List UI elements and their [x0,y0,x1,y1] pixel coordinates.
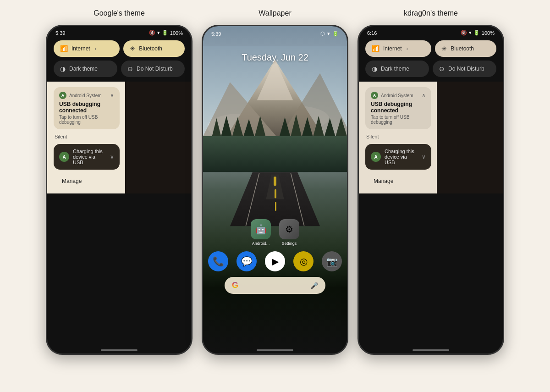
darktheme-tile-kdrag[interactable]: ◑ Dark theme [365,61,429,77]
google-search-bar[interactable]: G 🎤 [225,277,325,294]
internet-label-kdrag: Internet [383,45,402,52]
manage-button-google[interactable]: Manage [54,174,90,188]
wallpaper-column: Wallpaper [202,9,348,355]
dnd-tile-kdrag[interactable]: ⊖ Do Not Disturb [433,61,496,77]
dnd-icon: ⊖ [127,65,133,72]
qs-row-1-google: 📶 Internet › ✳ Bluetooth [54,40,185,57]
kdrag-theme-column: kdrag0n's theme 6:16 🔇 ▾ 🔋 100% 📶 Intern… [358,9,504,355]
notif-title-kdrag: USB debugging connected [371,101,426,114]
dock-icons-wallpaper: 🤖 Android... ⚙ Settings 📞 💬 ▶ ◎ 📷 [203,219,347,294]
notif-appname-kdrag: Android System [381,93,413,98]
bluetooth-label-google: Bluetooth [139,45,162,52]
bottom-bar-kdrag [412,349,449,351]
notif-subtitle-google: Tap to turn off USB debugging [59,115,114,125]
bluetooth-tile-icon: ✳ [130,45,135,52]
battery-percent-kdrag: 100% [482,30,495,36]
qs-row-1-kdrag: 📶 Internet › ✳ Bluetooth [365,40,496,57]
google-theme-phone: 5:39 🔇 ▾ 🔋 100% 📶 Internet › ✳ Bluetooth [46,25,192,355]
charging-chevron-google[interactable]: ∨ [110,154,114,160]
bluetooth-tile-icon-kdrag: ✳ [441,45,447,52]
battery-icon: 🔋 [162,30,168,36]
internet-chevron-kdrag: › [407,46,408,51]
status-icons-wallpaper: ⬡ ▾ 🔋 [320,31,339,37]
wallpaper-phone: 5:39 ⬡ ▾ 🔋 Tuesday, Jun 22 🤖 Android... [202,25,348,355]
wallpaper-background: 5:39 ⬡ ▾ 🔋 Tuesday, Jun 22 🤖 Android... [203,26,347,353]
kdrag-theme-title: kdrag0n's theme [404,9,458,17]
charging-icon-google: A [59,152,69,162]
status-bar-google: 5:39 🔇 ▾ 🔋 100% [47,26,191,38]
time-google: 5:39 [55,30,65,36]
battery-icon-kdrag: 🔋 [473,30,480,36]
bluetooth-tile-kdrag[interactable]: ✳ Bluetooth [435,40,496,57]
manage-button-kdrag[interactable]: Manage [365,174,402,188]
charging-text-kdrag: Charging this device via USB [385,149,418,165]
usb-icon-wallpaper: ⬡ [320,31,325,37]
usb-debug-card-kdrag[interactable]: A Android System ∧ USB debugging connect… [365,87,431,129]
internet-label-google: Internet [72,45,90,52]
charging-icon-kdrag: A [371,152,381,162]
settings-app-icon[interactable]: ⚙ [279,219,299,239]
charging-chevron-kdrag[interactable]: ∨ [422,154,426,160]
notif-collapse-google[interactable]: ∧ [110,92,114,99]
dnd-tile-google[interactable]: ⊖ Do Not Disturb [121,61,185,77]
notif-dark-half-google [125,82,191,193]
usb-debug-card-google[interactable]: A Android System ∧ USB debugging connect… [54,87,120,129]
bottom-bar-wallpaper [257,349,293,351]
messages-dock-icon[interactable]: 💬 [236,251,257,271]
status-icons-kdrag: 🔇 ▾ 🔋 100% [461,30,495,36]
android-system-icon-google: A [59,92,66,99]
wifi-icon-kdrag: ▾ [469,30,472,36]
quick-settings-google: 📶 Internet › ✳ Bluetooth ◑ Dark theme ⊖ … [47,38,191,82]
battery-wallpaper: 🔋 [332,31,339,37]
google-theme-title: Google's theme [94,9,145,17]
darktheme-icon: ◑ [60,65,66,72]
charging-text-google: Charging this device via USB [73,149,106,165]
darktheme-label-kdrag: Dark theme [381,66,409,72]
android-app-icon[interactable]: 🤖 [251,219,271,239]
dnd-label-google: Do Not Disturb [137,66,173,72]
notif-subtitle-kdrag: Tap to turn off USB debugging [371,115,426,125]
notif-panel-kdrag: A Android System ∧ USB debugging connect… [359,82,437,193]
wifi-wallpaper: ▾ [327,31,330,37]
bluetooth-tile-google[interactable]: ✳ Bluetooth [123,40,185,57]
status-icons-google: 🔇 ▾ 🔋 100% [149,30,183,36]
charging-card-google[interactable]: A Charging this device via USB ∨ [54,144,120,170]
phone-dock-icon[interactable]: 📞 [208,251,228,271]
notification-area-kdrag: A Android System ∧ USB debugging connect… [359,82,503,193]
status-bar-wallpaper: 5:39 ⬡ ▾ 🔋 [203,26,347,39]
darktheme-label-google: Dark theme [69,66,98,72]
time-kdrag: 6:16 [367,30,377,36]
android-app-wrapper[interactable]: 🤖 Android... [251,219,271,246]
notif-title-google: USB debugging connected [59,101,114,114]
svg-rect-22 [274,177,276,186]
darktheme-icon-kdrag: ◑ [372,65,377,72]
dnd-icon-kdrag: ⊖ [439,65,445,72]
android-system-icon-kdrag: A [371,92,378,99]
google-mic-icon[interactable]: 🎤 [310,282,318,289]
internet-tile-google[interactable]: 📶 Internet › [54,40,120,57]
mute-icon-kdrag: 🔇 [461,30,467,36]
darktheme-tile-google[interactable]: ◑ Dark theme [54,61,117,77]
internet-tile-kdrag[interactable]: 📶 Internet › [365,40,431,57]
qs-row-2-google: ◑ Dark theme ⊖ Do Not Disturb [54,61,185,77]
wallpaper-title: Wallpaper [258,9,291,17]
charging-card-kdrag[interactable]: A Charging this device via USB ∨ [365,144,431,170]
internet-chevron: › [95,46,96,51]
chrome-dock-icon[interactable]: ◎ [293,251,314,271]
bottom-bar-google [101,349,138,351]
svg-rect-24 [275,202,276,211]
play-dock-icon[interactable]: ▶ [265,251,285,271]
qs-row-2-kdrag: ◑ Dark theme ⊖ Do Not Disturb [365,61,496,77]
google-theme-column: Google's theme 5:39 🔇 ▾ 🔋 100% 📶 Interne… [46,9,192,355]
battery-percent: 100% [170,30,183,36]
camera-dock-icon[interactable]: 📷 [322,251,342,271]
settings-app-wrapper[interactable]: ⚙ Settings [279,219,299,246]
app-row-wallpaper: 🤖 Android... ⚙ Settings [251,219,299,246]
mute-icon: 🔇 [149,30,155,36]
bluetooth-label-kdrag: Bluetooth [451,45,474,52]
notif-appname-google: Android System [69,93,102,98]
silent-label-google: Silent [55,134,120,139]
android-app-label: Android... [252,241,270,246]
notif-collapse-kdrag[interactable]: ∧ [422,92,426,99]
quick-settings-kdrag: 📶 Internet › ✳ Bluetooth ◑ Dark theme ⊖ … [359,38,503,82]
